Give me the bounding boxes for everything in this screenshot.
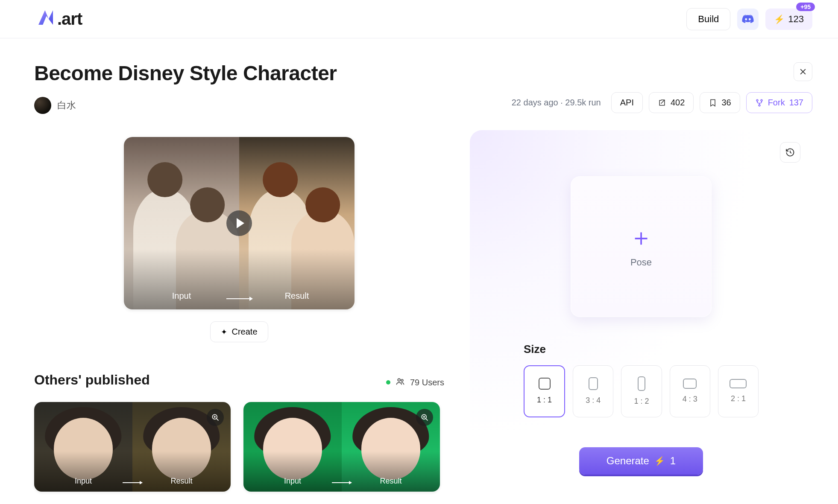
size-option-2:1[interactable]: 2 : 1 [718, 365, 759, 417]
header: .art Build ⚡ 123 +95 [0, 0, 838, 38]
zoom-button[interactable] [207, 409, 224, 426]
share-count: 402 [671, 98, 685, 108]
ratio-box-icon [638, 376, 645, 391]
meta-row: 22 days ago · 29.5k run API 402 36 Fork … [470, 92, 812, 113]
play-button[interactable] [226, 210, 252, 236]
close-icon [799, 67, 807, 76]
history-icon [785, 147, 795, 157]
share-icon [658, 99, 666, 107]
upload-pose-card[interactable]: ＋ Pose [571, 176, 712, 317]
svg-point-5 [761, 99, 762, 101]
bolt-icon: ⚡ [654, 456, 665, 466]
header-actions: Build ⚡ 123 +95 [686, 8, 812, 30]
size-option-4:3[interactable]: 4 : 3 [670, 365, 710, 417]
generate-cost: 1 [670, 455, 676, 467]
bookmark-count: 36 [721, 98, 731, 108]
size-title: Size [524, 343, 759, 356]
hero-result-image: Result [239, 137, 355, 309]
build-button[interactable]: Build [686, 8, 730, 30]
credits-value: 123 [788, 14, 804, 25]
author-name[interactable]: 白水 [57, 99, 76, 112]
upload-label: Pose [630, 257, 652, 268]
ratio-box-icon [589, 377, 598, 390]
credits-badge: +95 [796, 3, 815, 11]
ratio-label: 1 : 2 [634, 397, 649, 406]
gallery-card-1[interactable]: Input Result [34, 402, 231, 492]
zoom-icon [420, 413, 429, 422]
others-header: Others' published 79 Users [34, 372, 444, 388]
bookmark-icon [709, 99, 717, 107]
discord-button[interactable] [737, 9, 759, 30]
right-column: 22 days ago · 29.5k run API 402 36 Fork … [470, 55, 812, 500]
svg-point-6 [759, 105, 760, 106]
arrow-icon [123, 482, 142, 483]
gallery-2-input-label: Input [243, 477, 342, 486]
logo[interactable]: .art [38, 9, 82, 29]
generate-label: Generate [607, 455, 649, 467]
ratio-label: 3 : 4 [586, 396, 601, 405]
plus-icon: ＋ [629, 225, 653, 249]
api-button[interactable]: API [611, 92, 643, 113]
fork-label: Fork [768, 98, 785, 108]
gallery: Input Result Input Result [34, 402, 444, 492]
author-avatar[interactable] [34, 97, 51, 114]
svg-point-4 [756, 99, 758, 101]
build-button-label: Build [698, 14, 719, 24]
size-option-1:1[interactable]: 1 : 1 [524, 365, 565, 417]
generate-button[interactable]: Generate ⚡ 1 [579, 447, 703, 475]
ratio-label: 1 : 1 [537, 396, 552, 405]
history-button[interactable] [780, 142, 800, 163]
share-button[interactable]: 402 [649, 92, 694, 113]
users-count: 79 Users [410, 378, 444, 387]
size-option-1:2[interactable]: 1 : 2 [621, 365, 662, 417]
hero-card[interactable]: Input Result [124, 137, 355, 309]
credits-pill[interactable]: ⚡ 123 +95 [765, 9, 812, 30]
generate-panel: ＋ Pose Size 1 : 13 : 41 : 24 : 32 : 1 Ge… [470, 130, 812, 500]
svg-point-0 [398, 379, 400, 381]
close-button[interactable] [794, 62, 812, 81]
fork-icon [755, 99, 764, 107]
author-row: 白水 [34, 97, 444, 114]
create-button[interactable]: ✦ Create [210, 321, 268, 342]
hero: Input Result ✦ Create [34, 137, 444, 342]
hero-input-label: Input [124, 291, 239, 301]
gallery-2-result-label: Result [342, 477, 440, 486]
create-button-label: Create [231, 327, 257, 337]
fork-button[interactable]: Fork 137 [746, 92, 812, 113]
others-meta: 79 Users [386, 377, 444, 388]
meta-text: 22 days ago · 29.5k run [512, 98, 601, 108]
zoom-button[interactable] [416, 409, 433, 426]
gallery-1-input-label: Input [34, 477, 132, 486]
gallery-1-result-label: Result [132, 477, 231, 486]
gallery-card-2[interactable]: Input Result [243, 402, 440, 492]
hero-input-image: Input [124, 137, 239, 309]
ratio-label: 2 : 1 [731, 394, 746, 403]
size-option-3:4[interactable]: 3 : 4 [573, 365, 613, 417]
size-section: Size 1 : 13 : 41 : 24 : 32 : 1 [494, 343, 788, 417]
gallery-2-input: Input [243, 402, 342, 492]
discord-icon [742, 15, 754, 24]
api-label: API [620, 98, 634, 108]
users-icon [396, 377, 405, 388]
bookmark-button[interactable]: 36 [700, 92, 740, 113]
svg-point-1 [401, 379, 403, 381]
fork-count: 137 [789, 98, 803, 108]
gallery-1-input: Input [34, 402, 132, 492]
ratio-label: 4 : 3 [683, 395, 697, 404]
ratio-box-icon [539, 378, 551, 390]
bolt-icon: ⚡ [774, 14, 785, 24]
zoom-icon [211, 413, 220, 422]
page-title: Become Disney Style Character [34, 61, 444, 85]
ratio-box-icon [730, 379, 747, 388]
arrow-icon [226, 298, 252, 299]
others-title: Others' published [34, 372, 150, 388]
size-options: 1 : 13 : 41 : 24 : 32 : 1 [524, 365, 759, 417]
logo-text: .art [57, 9, 82, 29]
ratio-box-icon [683, 379, 697, 389]
hero-result-label: Result [239, 291, 355, 301]
logo-mark-icon [38, 10, 53, 25]
sparkle-icon: ✦ [221, 327, 227, 337]
content: Become Disney Style Character 白水 Input R… [0, 38, 838, 500]
online-dot-icon [386, 380, 390, 385]
left-column: Become Disney Style Character 白水 Input R… [34, 55, 444, 500]
